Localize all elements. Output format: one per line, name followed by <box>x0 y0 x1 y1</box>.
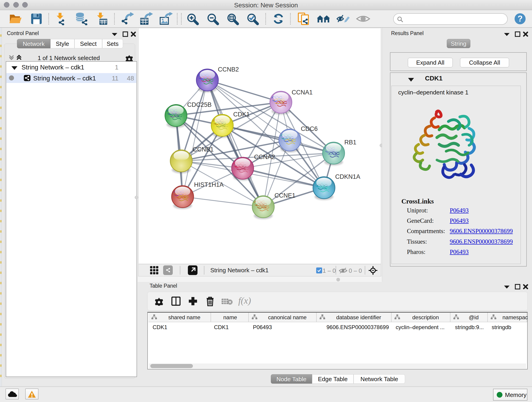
svg-text:RB1: RB1 <box>344 139 356 146</box>
svg-text:CCNB1: CCNB1 <box>193 146 214 153</box>
svg-text:CCNA2: CCNA2 <box>254 153 275 160</box>
svg-text:CDKN1A: CDKN1A <box>335 173 360 180</box>
svg-text:CDC25B: CDC25B <box>187 101 212 108</box>
svg-text:?: ? <box>518 14 523 23</box>
svg-text:CCNB2: CCNB2 <box>218 66 239 73</box>
svg-text:CDC6: CDC6 <box>301 125 318 132</box>
svg-text:CDK1: CDK1 <box>233 111 250 118</box>
svg-text:CCNE1: CCNE1 <box>274 192 296 199</box>
svg-text:HIST1H1A: HIST1H1A <box>194 181 224 188</box>
svg-text:CCNA1: CCNA1 <box>292 89 313 96</box>
